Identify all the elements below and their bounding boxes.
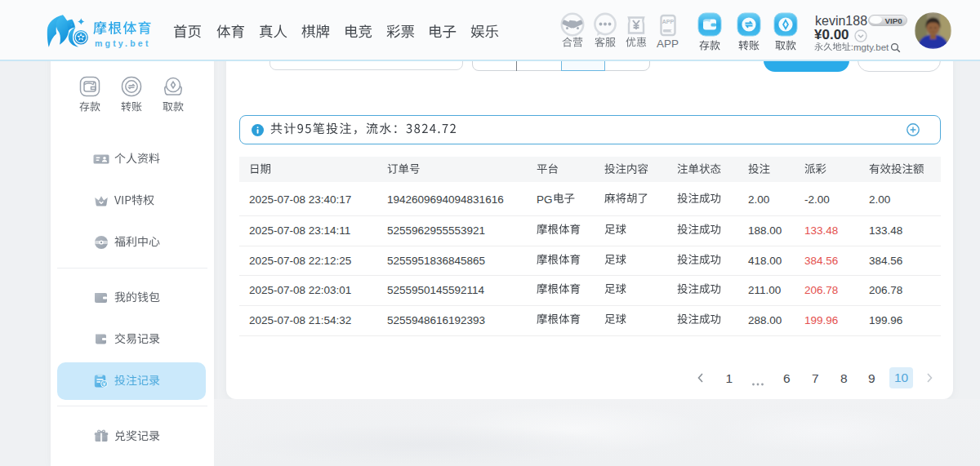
svg-text:APP: APP <box>662 19 675 24</box>
svg-text:VIP0: VIP0 <box>884 16 902 24</box>
